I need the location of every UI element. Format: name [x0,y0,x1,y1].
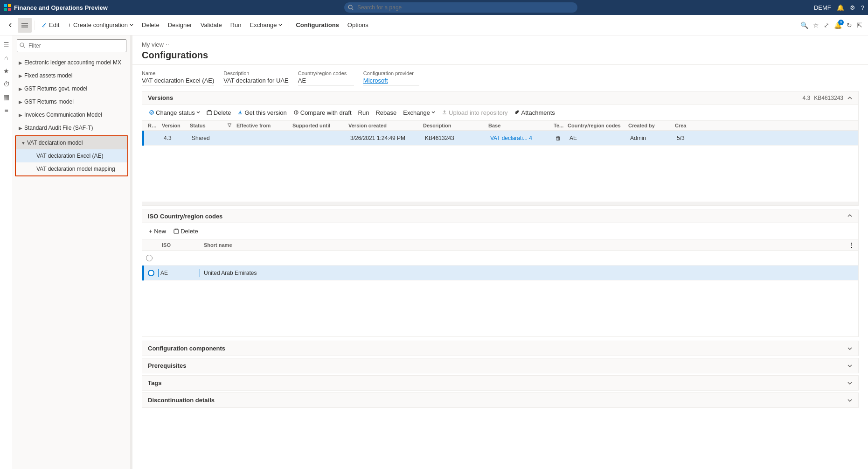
rebase-button[interactable]: Rebase [373,106,399,119]
app-logo: Finance and Operations Preview [4,4,108,11]
search-area [108,2,814,13]
sidebar-filter-input[interactable] [17,39,126,52]
search-input[interactable] [344,2,577,13]
change-status-button[interactable]: Change status [146,106,203,119]
fullscreen-icon[interactable]: ⤢ [822,20,831,31]
prerequisites-section: Prerequisites [142,358,859,373]
list-item[interactable]: AE United Arab Emirates [144,266,858,280]
tags-title: Tags [148,379,161,386]
versions-run-button[interactable]: Run [355,106,372,119]
provider-label: Configuration provider [363,70,419,76]
versions-header[interactable]: Versions 4.3 KB4613243 [142,91,858,105]
iso-empty-area [142,280,858,336]
radio-button[interactable] [146,255,153,261]
cell-crea: 5/3 [675,135,703,141]
col-status: Status [188,123,225,128]
sidebar-item-label: Electronic ledger accounting model MX [24,59,126,66]
sidebar-item-vat-excel[interactable]: VAT declaration Excel (AE) [16,149,127,162]
notification-icon[interactable]: 🔔 [837,4,844,11]
provider-value[interactable]: Microsoft [363,77,419,85]
config-components-header[interactable]: Configuration components [142,341,858,356]
prerequisites-title: Prerequisites [148,362,186,369]
chevron-right-icon: ▶ [17,72,24,79]
nav-modules-icon[interactable]: ≡ [1,105,12,116]
run-button[interactable]: Run [227,18,245,33]
versions-delete-button[interactable]: Delete [204,106,234,119]
sidebar-filter-area [13,35,130,56]
cell-status: Shared [190,135,227,141]
sidebar-item-electronic-ledger[interactable]: ▶ Electronic ledger accounting model MX [13,56,130,69]
name-label: Name [142,70,214,76]
nav-recent-icon[interactable]: ⏱ [1,78,12,90]
tags-section: Tags [142,375,859,391]
sidebar-item-vat-mapping[interactable]: VAT declaration model mapping [16,162,127,175]
prerequisites-header[interactable]: Prerequisites [142,358,858,373]
col-iso: ISO [160,242,202,248]
svg-line-5 [352,9,353,10]
configurations-tab[interactable]: Configurations [292,18,342,33]
iso-delete-button[interactable]: Delete [171,225,201,237]
sidebar-item-vat-model[interactable]: ▼ VAT declaration model [16,136,127,149]
nav-home-icon[interactable]: ⌂ [1,52,12,63]
sidebar-item-gst-govt[interactable]: ▶ GST Returns govt. model [13,82,130,95]
get-version-button[interactable]: Get this version [235,106,289,119]
versions-section: Versions 4.3 KB4613243 Change status Del… [142,91,859,206]
iso-header[interactable]: ISO Country/region codes [142,210,858,223]
favorites-icon[interactable]: ☆ [811,20,821,31]
tags-header[interactable]: Tags [142,376,858,390]
designer-button[interactable]: Designer [164,18,196,33]
discontinuation-section: Discontinuation details [142,392,859,408]
cell-te: 🗑 [554,135,568,141]
col-version: Version [160,123,188,128]
expand-icon[interactable]: ⇱ [855,20,864,31]
spacer-icon [29,165,36,173]
description-field: Description VAT declaration for UAE [223,70,288,85]
create-config-button[interactable]: + Create configuration [64,18,137,33]
sidebar-item-gst-returns[interactable]: ▶ GST Returns model [13,95,130,108]
nav-menu-icon[interactable]: ☰ [1,39,12,50]
upload-repo-button[interactable]: Upload into repository [439,106,510,119]
spacer-icon [29,152,36,160]
iso-row-header[interactable] [142,251,858,266]
versions-kb-info: KB4613243 [814,95,843,101]
versions-exchange-button[interactable]: Exchange [400,106,438,119]
menu-button[interactable] [18,18,32,33]
sidebar-item-invoices[interactable]: ▶ Invoices Communication Model [13,108,130,121]
versions-toolbar: Change status Delete Get this version Co… [142,105,858,121]
radio-button-selected[interactable] [148,270,154,276]
versions-title: Versions [148,94,173,101]
nav-favorites-icon[interactable]: ★ [1,65,12,77]
options-tab[interactable]: Options [344,18,372,33]
refresh-icon[interactable]: ↻ [845,20,854,31]
notifications-icon[interactable]: 🔔 0 [832,20,844,31]
sidebar-item-saf[interactable]: ▶ Standard Audit File (SAF-T) [13,121,130,134]
nav-workspaces-icon[interactable]: ▦ [1,91,12,103]
iso-new-button[interactable]: + New [146,225,169,237]
search-icon-cmd[interactable]: 🔍 [799,20,810,31]
attachments-button[interactable]: Attachments [512,106,558,119]
discontinuation-title: Discontinuation details [148,397,215,404]
sidebar-highlighted-section: ▼ VAT declaration model VAT declaration … [15,135,128,176]
validate-button[interactable]: Validate [197,18,226,33]
edit-button[interactable]: Edit [38,18,63,33]
cell-version-created: 3/26/2021 1:24:49 PM [348,135,423,141]
provider-field: Configuration provider Microsoft [363,70,419,85]
compare-draft-button[interactable]: Compare with draft [291,106,354,119]
svg-rect-3 [8,8,11,11]
col-re: Re... [146,123,160,128]
sidebar-item-label: Invoices Communication Model [24,112,126,118]
settings-icon[interactable]: ⚙ [850,4,855,11]
sidebar-item-fixed-assets[interactable]: ▶ Fixed assets model [13,69,130,82]
table-row[interactable]: 4.3 Shared 3/26/2021 1:24:49 PM KB461324… [144,131,858,146]
discontinuation-header[interactable]: Discontinuation details [142,393,858,407]
back-button[interactable] [4,18,17,33]
versions-scrollbar[interactable] [142,202,858,205]
iso-row-selected-wrap: AE United Arab Emirates [142,266,858,280]
config-components-section: Configuration components [142,341,859,356]
versions-grid-row-wrap: 4.3 Shared 3/26/2021 1:24:49 PM KB461324… [142,131,858,146]
exchange-button[interactable]: Exchange [246,18,286,33]
chevron-right-icon: ▶ [17,111,24,119]
delete-button[interactable]: Delete [138,18,163,33]
help-icon[interactable]: ? [861,4,864,11]
cell-iso-ae[interactable]: AE [158,269,200,277]
